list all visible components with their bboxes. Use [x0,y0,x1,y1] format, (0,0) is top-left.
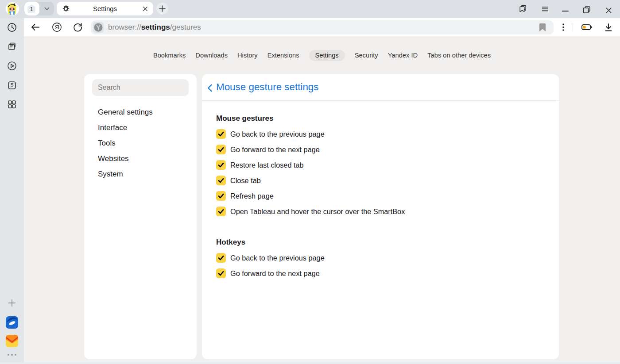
svg-text:Я: Я [55,24,59,31]
svg-text:5: 5 [11,82,14,88]
svg-text:1: 1 [30,6,33,12]
